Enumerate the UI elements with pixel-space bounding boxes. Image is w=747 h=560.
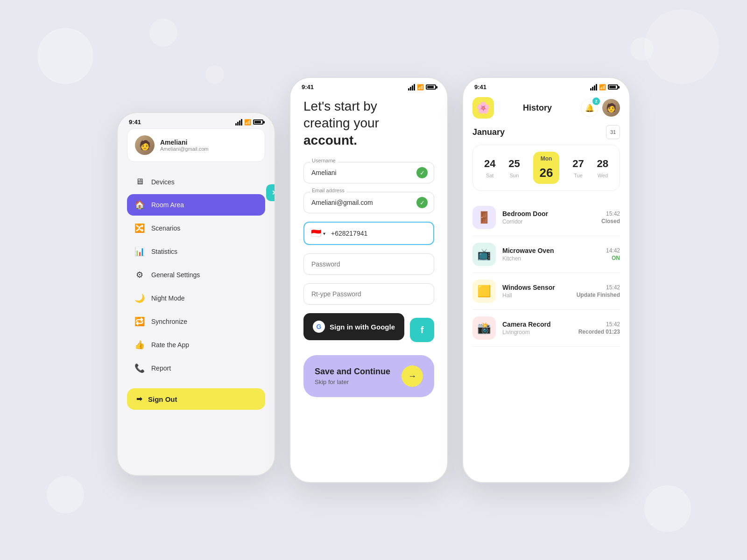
device-item-windows-sensor[interactable]: 🟨 Windows Sensor Hall 15:42 Update Finis… [472,273,620,310]
facebook-sign-in-button[interactable]: f [410,318,434,342]
date-item-27[interactable]: 27 Tue [572,158,584,178]
device-location-bedroom-door: Corridor [502,218,595,225]
flag-button[interactable]: 🇮🇩 ▾ [311,223,327,244]
device-item-camera-record[interactable]: 📸 Camera Record Livingroom 15:42 Recorde… [472,310,620,347]
email-label: Email address [310,188,346,193]
email-group: Email address ✓ [303,192,434,213]
device-info-camera-record: Camera Record Livingroom [502,321,572,336]
device-time-windows-sensor: 15:42 [577,284,620,291]
date-num-26: 26 [540,166,553,180]
nav-icon-devices: 🖥 [134,177,145,187]
phone-group: 🇮🇩 ▾ [303,222,434,245]
sidebar-item-synchronize[interactable]: 🔁 Synchronize [127,311,265,332]
notification-button[interactable]: 🔔 2 [581,99,599,117]
nav-list: 🖥 Devices 🏠 Room Area 🔀 Scenarios 📊 Stat… [127,171,265,379]
device-icon-windows-sensor: 🟨 [472,280,496,303]
email-check-icon: ✓ [416,197,428,208]
device-meta-windows-sensor: 15:42 Update Finished [577,284,620,298]
sign-out-button[interactable]: ➡ Sign Out [127,388,265,410]
date-num-28: 28 [597,158,608,170]
sidebar-item-statistics[interactable]: 📊 Statistics [127,241,265,262]
sidebar-item-scenarios[interactable]: 🔀 Scenarios [127,217,265,239]
history-header: 🌸 History 🔔 2 🧑 [472,97,620,119]
google-sign-in-button[interactable]: G Sign in with Google [303,313,404,340]
device-icon-bedroom-door: 🚪 [472,206,496,229]
sidebar-item-rate-app[interactable]: 👍 Rate the App [127,334,265,356]
phone-history: 9:41 📶 🌸 History [462,77,630,483]
nav-icon-synchronize: 🔁 [134,316,145,327]
month-label: January [472,127,505,137]
date-day-27: Tue [574,173,583,178]
nav-icon-report: 📞 [134,363,145,373]
nav-label-synchronize: Synchronize [151,318,187,325]
arrow-icon: → [402,365,423,387]
nav-icon-general-settings: ⚙ [134,270,145,280]
device-name-windows-sensor: Windows Sensor [502,284,570,291]
retype-password-group [303,283,434,305]
device-info-microwave-oven: Microwave Oven Kitchen [502,247,599,262]
avatar: 🧑 [135,135,155,155]
device-info-windows-sensor: Windows Sensor Hall [502,284,570,299]
username-input[interactable] [303,162,434,183]
date-num-24: 24 [484,158,495,170]
wifi-icon-3: 📶 [599,84,606,91]
calendar-icon[interactable]: 31 [606,125,620,139]
nav-icon-statistics: 📊 [134,246,145,257]
phone-input[interactable] [327,224,427,243]
nav-label-devices: Devices [151,178,175,186]
device-time-microwave-oven: 14:42 [606,247,620,254]
sidebar-item-report[interactable]: 📞 Report [127,357,265,379]
username-check-icon: ✓ [416,167,428,178]
device-list: 🚪 Bedroom Door Corridor 15:42 Closed 📺 M… [472,199,620,347]
password-input[interactable] [303,253,434,275]
nav-label-statistics: Statistics [151,248,177,255]
device-name-camera-record: Camera Record [502,321,572,328]
date-item-26[interactable]: Mon 26 [533,152,560,184]
close-sidebar-button[interactable]: ✕ [266,184,275,201]
save-continue-button[interactable]: Save and Continue Skip for later → [303,355,434,397]
retype-password-input[interactable] [303,283,434,305]
today-day: Mon [541,155,552,162]
app-icon: 🌸 [472,97,494,119]
nav-label-scenarios: Scenarios [151,224,180,232]
device-time-bedroom-door: 15:42 [601,210,620,217]
device-icon-camera-record: 📸 [472,316,496,340]
sidebar-item-general-settings[interactable]: ⚙ General Settings [127,264,265,286]
sidebar-item-room-area[interactable]: 🏠 Room Area [127,194,265,216]
nav-label-report: Report [151,364,171,372]
password-group [303,253,434,275]
history-title: History [523,103,552,113]
date-item-28[interactable]: 28 Wed [597,158,608,178]
device-item-microwave-oven[interactable]: 📺 Microwave Oven Kitchen 14:42 ON [472,236,620,273]
sidebar-item-devices[interactable]: 🖥 Devices [127,171,265,192]
nav-icon-rate-app: 👍 [134,340,145,350]
nav-icon-night-mode: 🌙 [134,293,145,303]
email-input[interactable] [303,192,434,213]
profile-card: 🧑 Ameliani Ameliani@gmail.com [127,128,265,162]
nav-label-general-settings: General Settings [151,271,200,279]
date-item-25[interactable]: 25 Sun [508,158,520,178]
device-status-bedroom-door: Closed [601,218,620,224]
device-icon-microwave-oven: 📺 [472,243,496,266]
save-label: Save and Continue [315,367,390,377]
notification-badge: 2 [592,98,600,105]
date-item-24[interactable]: 24 Sat [484,158,495,178]
profile-name: Ameliani [160,139,208,146]
device-location-windows-sensor: Hall [502,292,570,299]
device-meta-bedroom-door: 15:42 Closed [601,210,620,224]
device-location-microwave-oven: Kitchen [502,255,599,262]
date-num-25: 25 [508,158,520,170]
date-strip: 24 Sat 25 Sun Mon 26 27 Tue 28 Wed [472,145,620,191]
nav-label-room-area: Room Area [151,201,184,209]
username-group: Username ✓ [303,162,434,183]
device-time-camera-record: 15:42 [578,321,620,328]
skip-label: Skip for later [315,378,390,385]
nav-label-rate-app: Rate the App [151,341,189,349]
device-name-bedroom-door: Bedroom Door [502,210,595,217]
phone-register: 9:41 📶 Let's start by creating your acco… [289,77,448,483]
device-status-microwave-oven: ON [606,255,620,261]
device-item-bedroom-door[interactable]: 🚪 Bedroom Door Corridor 15:42 Closed [472,199,620,236]
google-label: Sign in with Google [330,323,395,331]
nav-label-night-mode: Night Mode [151,294,185,302]
sidebar-item-night-mode[interactable]: 🌙 Night Mode [127,287,265,309]
